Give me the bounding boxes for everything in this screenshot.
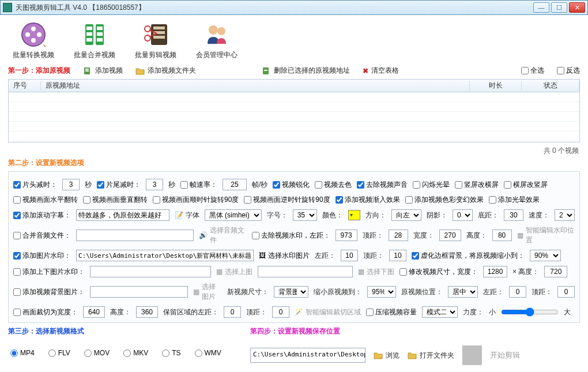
save-path-input[interactable]: C:\Users\Administrator\Desktop\	[250, 348, 365, 363]
position-select[interactable]: 居中	[448, 286, 478, 298]
delete-selected-button[interactable]: 删除已选择的原视频地址	[262, 66, 350, 76]
h2v-checkbox[interactable]: 横屏改竖屏	[504, 180, 548, 190]
wm-path-input[interactable]	[76, 250, 254, 261]
color-picker[interactable]	[348, 210, 360, 220]
shrink-orig-select[interactable]: 95%	[367, 286, 396, 298]
add-bg-checkbox[interactable]: 添加视频背景图片：	[13, 287, 85, 297]
format-flv[interactable]: FLV	[48, 349, 70, 357]
add-video-button[interactable]: 添加视频	[83, 66, 123, 76]
remove-audio-checkbox[interactable]: 去除视频声音	[357, 180, 408, 190]
svg-rect-9	[86, 38, 92, 42]
col-duration[interactable]: 时长	[470, 81, 522, 91]
wm-left-input[interactable]	[336, 230, 357, 241]
bg-left-input[interactable]	[509, 286, 526, 298]
col-path[interactable]: 原视频地址	[41, 81, 470, 91]
start-edit-button[interactable]: 开始剪辑	[490, 350, 520, 360]
member-center-button[interactable]: 会员管理中心	[196, 21, 238, 60]
open-folder-button[interactable]: 打开文件夹	[408, 351, 454, 360]
format-mkv[interactable]: MKV	[123, 349, 148, 357]
desaturate-checkbox[interactable]: 视频去色	[315, 180, 352, 190]
shrink-select[interactable]: 90%	[530, 250, 561, 261]
clear-table-button[interactable]: ✖ 清空表格	[363, 66, 399, 76]
add-folder-button[interactable]: 添加视频文件夹	[135, 66, 196, 76]
video-table: 序号 原视频地址 时长 状态	[8, 79, 580, 142]
select-wm-image-button[interactable]: 🖼选择水印图片	[259, 251, 310, 261]
format-ts[interactable]: TS	[162, 349, 180, 357]
wm-height-input[interactable]	[492, 230, 512, 241]
wm-width-input[interactable]	[439, 230, 461, 241]
col-status[interactable]: 状态	[522, 81, 579, 91]
trim-tail-checkbox[interactable]: 片尾减时：	[97, 180, 141, 190]
bg-top-input[interactable]	[557, 286, 575, 298]
flip-h-checkbox[interactable]: 视频画面水平翻转	[13, 195, 78, 205]
flip-v-checkbox[interactable]: 视频画面垂直翻转	[83, 195, 148, 205]
halo-fx-checkbox[interactable]: 添加光晕效果	[489, 195, 540, 205]
format-mp4[interactable]: MP4	[10, 349, 35, 357]
wm-top-input[interactable]	[389, 230, 408, 241]
wm-img-left-input[interactable]	[341, 250, 358, 261]
batch-edit-button[interactable]: 批量剪辑视频	[135, 21, 176, 60]
blur-border-checkbox[interactable]: 虚化边框背景，将原视频缩小到：	[412, 251, 525, 261]
folder-icon	[408, 351, 417, 360]
new-size-select[interactable]: 背景图	[274, 286, 308, 298]
tb-wm-path2-input[interactable]	[258, 266, 353, 277]
color-fx-checkbox[interactable]: 添加视频色彩变幻效果	[405, 195, 484, 205]
audio-path-input[interactable]	[76, 230, 194, 241]
wm-img-top-input[interactable]	[389, 250, 406, 261]
select-all-checkbox[interactable]: 全选	[521, 66, 544, 76]
add-file-icon	[83, 66, 92, 76]
svg-rect-10	[97, 27, 103, 30]
trim-head-checkbox[interactable]: 片头减时：	[13, 180, 57, 190]
bg-path-input[interactable]	[90, 286, 188, 298]
speed-select[interactable]: 2	[555, 209, 575, 221]
font-icon: 📝	[175, 211, 183, 219]
remove-watermark-checkbox[interactable]: 去除视频水印，左距：	[252, 231, 330, 241]
rotate-ccw-checkbox[interactable]: 视频画面逆时针旋转90度	[244, 195, 330, 205]
font-size-select[interactable]: 35	[293, 209, 317, 221]
bottom-dist-input[interactable]	[504, 209, 523, 221]
shadow-select[interactable]: 0	[453, 209, 473, 221]
v2h-checkbox[interactable]: 竖屏改横屏	[455, 180, 499, 190]
sharpen-checkbox[interactable]: 视频锐化	[273, 180, 310, 190]
format-wmv[interactable]: WMV	[195, 349, 221, 357]
flash-checkbox[interactable]: 闪烁光晕	[413, 180, 450, 190]
compress-mode-select[interactable]: 模式二	[422, 306, 458, 318]
trim-tail-input[interactable]	[146, 179, 163, 190]
add-tb-wm-checkbox[interactable]: 添加上下图片水印：	[13, 267, 85, 277]
tb-wm-path-input[interactable]	[90, 266, 211, 277]
direction-select[interactable]: 向左	[391, 209, 421, 221]
svg-rect-12	[97, 38, 103, 42]
fps-checkbox[interactable]: 帧速率：	[180, 180, 217, 190]
browse-button[interactable]: 浏览	[374, 351, 399, 360]
strength-slider[interactable]	[501, 307, 559, 317]
crop-h-input[interactable]	[136, 306, 158, 318]
minimize-button[interactable]: —	[533, 2, 549, 13]
table-body[interactable]	[9, 92, 579, 142]
add-image-wm-checkbox[interactable]: 添加图片水印：	[13, 251, 71, 261]
batch-convert-button[interactable]: 批量转换视频	[13, 21, 54, 60]
rotate-cw-checkbox[interactable]: 视频画面顺时针旋转90度	[153, 195, 239, 205]
subtitle-text-input[interactable]	[76, 209, 169, 221]
step2-title: 第二步：设置新视频选项	[8, 157, 580, 171]
close-button[interactable]: ✕	[569, 2, 585, 13]
merge-audio-checkbox[interactable]: 合并音频文件：	[13, 231, 71, 241]
keep-left-input[interactable]	[224, 306, 241, 318]
resize-h-input[interactable]	[544, 266, 567, 277]
font-select[interactable]: 黑体 (simhei)	[205, 209, 262, 221]
compress-checkbox[interactable]: 压缩视频容量	[366, 307, 417, 317]
crop-w-input[interactable]	[83, 306, 105, 318]
resize-w-input[interactable]	[483, 266, 507, 277]
col-seq[interactable]: 序号	[9, 81, 41, 91]
scroll-subtitle-checkbox[interactable]: 添加滚动字幕：	[13, 211, 71, 220]
crop-checkbox[interactable]: 画面裁切为宽度：	[13, 307, 78, 317]
resize-checkbox[interactable]: 修改视频尺寸，宽度：	[399, 267, 478, 277]
font-picker-button[interactable]: 📝字体	[175, 211, 199, 220]
invert-selection-checkbox[interactable]: 反选	[557, 66, 580, 76]
format-mov[interactable]: MOV	[84, 349, 110, 357]
insert-fx-checkbox[interactable]: 添加视频渐入效果	[336, 195, 400, 205]
maximize-button[interactable]: ☐	[551, 2, 567, 13]
batch-merge-button[interactable]: 批量合并视频	[74, 21, 115, 60]
fps-input[interactable]	[223, 179, 247, 190]
keep-top-input[interactable]	[272, 306, 289, 318]
trim-head-input[interactable]	[62, 179, 80, 190]
